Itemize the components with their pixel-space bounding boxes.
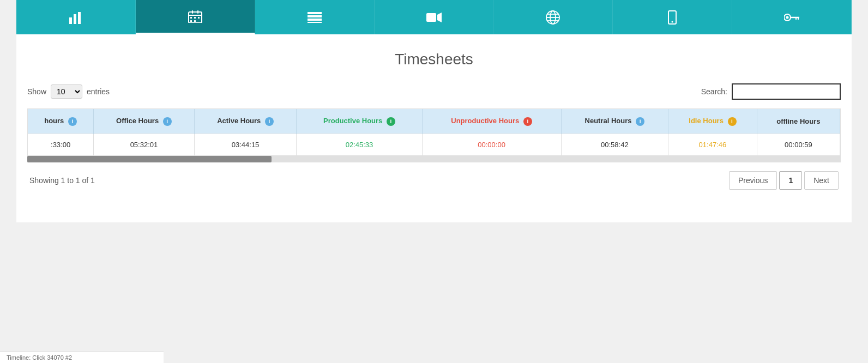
svg-rect-12 (308, 12, 322, 14)
cell-neutral-hours: 00:58:42 (561, 134, 668, 155)
col-idle-hours-label: Idle Hours (689, 117, 724, 125)
col-unproductive-hours-label: Unproductive Hours (451, 117, 519, 125)
cell-active-hours: 03:44:15 (194, 134, 297, 155)
previous-button[interactable]: Previous (729, 171, 777, 190)
scrollbar-thumb[interactable] (27, 156, 272, 162)
col-productive-hours-info-icon[interactable]: i (387, 117, 395, 126)
tab-video[interactable] (375, 0, 494, 34)
table-row: :33:00 05:32:01 03:44:15 02:45:33 00:00:… (28, 134, 840, 155)
horizontal-scrollbar[interactable] (27, 156, 841, 162)
col-unproductive-hours-info-icon[interactable]: i (523, 117, 532, 126)
svg-marker-17 (437, 13, 442, 22)
globe-icon (546, 10, 560, 25)
svg-rect-15 (308, 22, 322, 23)
video-icon (426, 11, 442, 23)
cell-office-hours: 05:32:01 (94, 134, 194, 155)
svg-rect-6 (197, 10, 198, 14)
cell-hours: :33:00 (28, 134, 94, 155)
col-active-hours-label: Active Hours (217, 117, 261, 125)
main-content: Timesheets Show 10 25 50 100 entries Sea… (16, 34, 852, 201)
show-label: Show (27, 87, 46, 96)
cell-offline-hours: 00:00:59 (757, 134, 840, 155)
svg-rect-13 (308, 15, 322, 17)
entries-label: entries (87, 87, 110, 96)
pagination-buttons: Previous 1 Next (729, 171, 839, 190)
svg-rect-7 (190, 17, 192, 19)
col-offline-hours: offline Hours (757, 109, 840, 134)
col-hours: hours i (28, 109, 94, 134)
col-neutral-hours-info-icon[interactable]: i (636, 117, 644, 126)
col-active-hours: Active Hours i (194, 109, 297, 134)
svg-rect-16 (426, 13, 436, 22)
col-idle-hours-info-icon[interactable]: i (728, 117, 737, 126)
page-1-button[interactable]: 1 (779, 171, 802, 190)
col-office-hours-info-icon[interactable]: i (163, 117, 172, 126)
cell-idle-hours: 01:47:46 (668, 134, 757, 155)
entries-select[interactable]: 10 25 50 100 (51, 84, 82, 99)
tab-bar-chart[interactable] (16, 0, 136, 34)
svg-rect-9 (198, 17, 200, 19)
showing-text: Showing 1 to 1 of 1 (29, 176, 95, 185)
table-header-row: hours i Office Hours i Active Hours i (28, 109, 840, 134)
calendar-icon (188, 10, 202, 23)
page-title: Timesheets (27, 51, 841, 68)
col-office-hours-label: Office Hours (116, 117, 159, 125)
tab-key[interactable] (732, 0, 852, 34)
col-neutral-hours-label: Neutral Hours (585, 117, 632, 125)
svg-rect-2 (78, 12, 81, 24)
cell-productive-hours: 02:45:33 (297, 134, 422, 155)
search-label: Search: (701, 87, 727, 96)
bar-chart-icon (68, 11, 83, 24)
svg-point-24 (672, 21, 673, 22)
next-button[interactable]: Next (804, 171, 839, 190)
controls-row: Show 10 25 50 100 entries Search: (27, 83, 841, 100)
tab-calendar[interactable] (136, 0, 255, 34)
col-productive-hours: Productive Hours i (297, 109, 422, 134)
svg-rect-1 (74, 14, 76, 24)
col-hours-info-icon[interactable]: i (68, 117, 77, 126)
key-icon (784, 14, 799, 21)
col-unproductive-hours: Unproductive Hours i (422, 109, 561, 134)
mobile-icon (668, 10, 677, 25)
svg-rect-10 (190, 20, 192, 22)
tab-globe[interactable] (493, 0, 613, 34)
svg-point-26 (786, 16, 789, 19)
nav-tabs (16, 0, 852, 34)
col-office-hours: Office Hours i (94, 109, 194, 134)
cell-unproductive-hours: 00:00:00 (422, 134, 561, 155)
col-hours-label: hours (44, 117, 64, 125)
search-control: Search: (701, 83, 841, 100)
svg-rect-4 (189, 15, 202, 16)
table-icon (307, 11, 322, 23)
pagination-row: Showing 1 to 1 of 1 Previous 1 Next (27, 171, 841, 190)
timesheets-table: hours i Office Hours i Active Hours i (28, 109, 840, 155)
col-offline-hours-label: offline Hours (776, 117, 820, 125)
col-productive-hours-label: Productive Hours (323, 117, 382, 125)
svg-rect-11 (194, 20, 196, 22)
tab-table[interactable] (255, 0, 375, 34)
show-entries-control: Show 10 25 50 100 entries (27, 84, 110, 99)
search-input[interactable] (732, 83, 841, 100)
svg-rect-14 (308, 19, 322, 21)
svg-rect-5 (192, 10, 193, 14)
svg-rect-8 (194, 17, 196, 19)
tab-mobile[interactable] (613, 0, 732, 34)
svg-rect-0 (69, 17, 72, 24)
col-idle-hours: Idle Hours i (668, 109, 757, 134)
col-neutral-hours: Neutral Hours i (561, 109, 668, 134)
col-active-hours-info-icon[interactable]: i (265, 117, 274, 126)
data-table-wrapper: hours i Office Hours i Active Hours i (27, 108, 841, 156)
